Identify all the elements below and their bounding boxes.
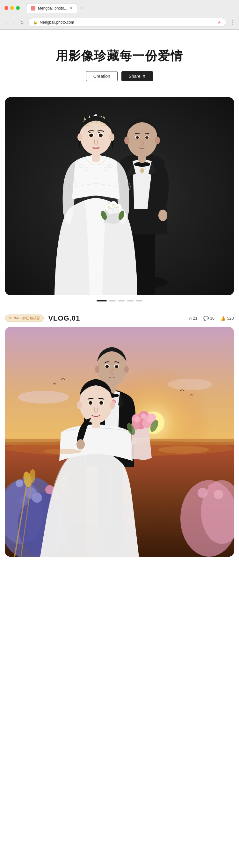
svg-point-56 [168,379,212,390]
svg-point-8 [140,168,144,173]
carousel-section [0,91,239,308]
carousel-dot-2[interactable] [109,300,116,302]
svg-point-122 [158,446,209,454]
svg-point-100 [115,365,118,368]
svg-rect-4 [140,231,155,295]
tab-bar: Mengbali.photo... ✕ + [26,3,235,13]
svg-point-106 [89,401,93,404]
svg-point-49 [74,256,76,258]
svg-point-89 [113,394,119,397]
svg-point-43 [99,133,103,137]
creation-button[interactable]: Creation [86,71,117,81]
svg-point-26 [107,206,110,209]
svg-point-104 [110,401,115,409]
svg-point-41 [89,133,93,137]
svg-point-116 [134,416,140,423]
svg-point-12 [124,136,129,144]
svg-point-28 [117,207,119,208]
svg-point-9 [158,210,167,221]
share-button[interactable]: Share ⬆ [122,71,153,81]
url-text: Mengbali.photo.com [39,20,215,25]
comment-count: 36 [210,316,214,320]
svg-point-82 [214,490,224,499]
like-count: 520 [227,316,234,320]
share-icon: ⬆ [142,74,146,79]
svg-point-6 [134,162,140,166]
svg-point-25 [112,207,119,214]
address-bar[interactable]: 🔒 Mengbali.photo.com ★ [28,18,226,27]
address-bar-row: ‹ › ↻ 🔒 Mengbali.photo.com ★ ⋮ [0,16,239,29]
svg-point-39 [109,133,114,141]
share-button-label: Share [129,74,140,79]
svg-point-96 [124,366,129,373]
svg-point-95 [95,366,99,373]
like-stat-icon: 👍 [220,316,226,321]
svg-point-48 [68,249,70,251]
carousel-dot-5[interactable] [136,300,142,302]
vlog-title: VLOG.01 [48,314,80,322]
svg-point-55 [18,391,69,404]
svg-point-108 [99,401,103,404]
active-tab[interactable]: Mengbali.photo... ✕ [26,3,77,13]
svg-point-121 [76,439,85,450]
close-button[interactable] [4,6,8,10]
page-content: 用影像珍藏每一份爱情 Creation Share ⬆ [0,30,239,827]
traffic-lights [4,6,20,10]
hero-title: 用影像珍藏每一份爱情 [6,49,233,63]
svg-point-67 [32,493,42,503]
browser-titlebar: Mengbali.photo... ✕ + [0,0,239,16]
minimize-button[interactable] [10,6,14,10]
svg-point-51 [122,256,124,258]
reload-button[interactable]: ↻ [19,19,25,26]
comment-stat-icon: 💬 [203,316,209,321]
svg-point-80 [198,488,208,498]
svg-point-123 [43,449,81,454]
svg-point-50 [116,249,117,251]
tab-close-button[interactable]: ✕ [70,6,72,10]
like-stat[interactable]: 👍 520 [220,316,234,321]
carousel-dot-3[interactable] [118,300,125,302]
svg-point-117 [141,413,146,419]
carousel-container[interactable] [5,97,234,295]
carousel-dot-1[interactable] [97,300,107,302]
carousel-dots [5,295,234,305]
hero-buttons: Creation Share ⬆ [6,71,233,81]
bookmark-icon[interactable]: ★ [217,20,221,25]
hero-section: 用影像珍藏每一份爱情 Creation Share ⬆ [0,30,239,91]
svg-point-103 [77,401,82,409]
studio-badge[interactable]: M·PARIS梦巴黎摄影 [5,314,44,322]
tab-title: Mengbali.photo... [38,6,67,10]
maximize-button[interactable] [16,6,20,10]
carousel-wedding-image [5,97,234,295]
back-button[interactable]: ‹ [4,19,9,26]
svg-point-15 [136,136,139,139]
vlog-meta-row: M·PARIS梦巴黎摄影 VLOG.01 ⎋ 21 💬 36 👍 520 [5,314,234,322]
new-tab-button[interactable]: + [77,3,87,13]
share-count: 21 [193,316,197,320]
svg-point-27 [112,204,115,207]
vlog-wedding-image [5,327,234,557]
svg-point-68 [15,479,23,487]
share-stat-icon: ⎋ [189,316,192,321]
lock-icon: 🔒 [33,21,38,25]
svg-point-118 [146,417,152,423]
svg-point-17 [145,136,148,139]
svg-point-7 [144,162,150,166]
share-stat[interactable]: ⎋ 21 [189,316,197,321]
vlog-section: M·PARIS梦巴黎摄影 VLOG.01 ⎋ 21 💬 36 👍 520 [0,308,239,560]
browser-chrome: Mengbali.photo... ✕ + ‹ › ↻ 🔒 Mengbali.p… [0,0,239,30]
vlog-image-container [5,327,234,557]
tab-favicon [31,6,35,10]
comment-stat[interactable]: 💬 36 [203,316,214,321]
vlog-stats: ⎋ 21 💬 36 👍 520 [189,316,234,321]
svg-point-38 [77,133,82,141]
svg-point-98 [105,365,109,368]
carousel-dot-4[interactable] [127,300,134,302]
forward-button[interactable]: › [12,19,16,26]
svg-point-13 [155,136,160,144]
browser-menu-icon[interactable]: ⋮ [230,20,235,26]
